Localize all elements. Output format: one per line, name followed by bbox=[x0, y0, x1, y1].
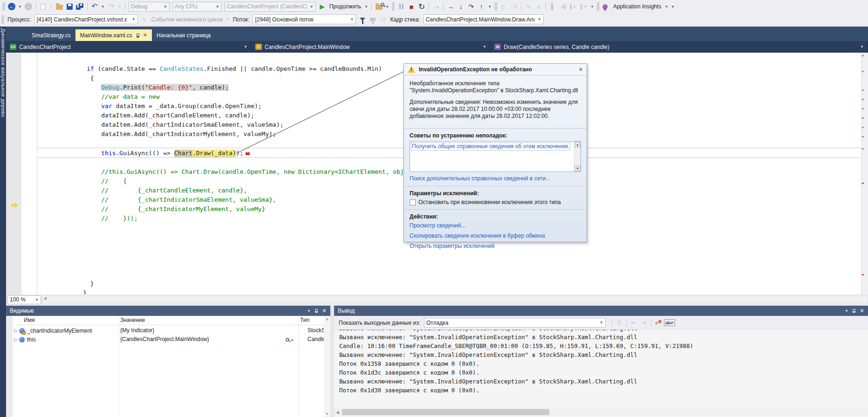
solution-platform-combo[interactable]: Any CPU▼ bbox=[172, 2, 222, 12]
toolbar-overflow-2[interactable]: ▼ bbox=[670, 5, 676, 9]
pin-icon[interactable] bbox=[315, 309, 318, 313]
filter-threads-button[interactable] bbox=[357, 14, 368, 25]
collapsed-tool-window-strip[interactable]: Динамическое визуальное дерево bbox=[0, 27, 6, 417]
bookmark-overflow[interactable]: ▼ bbox=[589, 5, 595, 9]
scroll-down-icon[interactable]: ▼ bbox=[325, 412, 329, 416]
output-text[interactable]: Вызвано исключение: "System.InvalidOpera… bbox=[334, 330, 868, 406]
step-into-alt-button[interactable]: ↓ bbox=[456, 1, 466, 12]
tips-scrollbar[interactable]: ▲ ▼ bbox=[574, 142, 581, 171]
application-insights-icon[interactable] bbox=[601, 1, 611, 12]
next-bookmark-button[interactable]: ▌► bbox=[568, 1, 579, 12]
expander-icon[interactable]: ▷ bbox=[13, 337, 19, 342]
stack-frame-combo[interactable]: CandlesChartProject.MainWindow.Draw.Anor… bbox=[424, 14, 544, 24]
next-message-button[interactable]: ⇥ bbox=[639, 317, 649, 328]
editor-horizontal-scrollbar[interactable]: ◀ bbox=[43, 296, 867, 303]
debug-overflow[interactable]: ▼ bbox=[486, 5, 493, 9]
scrollbar-thumb[interactable] bbox=[342, 409, 549, 415]
scroll-down-icon[interactable]: ▼ bbox=[574, 165, 581, 171]
watch-row[interactable]: ▷this{CandlesChartProject.MainWindow} ▼C… bbox=[13, 335, 324, 344]
breakpoint-margin[interactable] bbox=[6, 53, 21, 294]
bookmark-button[interactable]: ▌ bbox=[548, 1, 558, 12]
tab-mainwindow[interactable]: MainWindow.xaml.cs✕ bbox=[75, 29, 152, 41]
window-position-icon[interactable]: ▼ bbox=[307, 309, 311, 313]
undo-button[interactable]: ↶ bbox=[89, 1, 100, 12]
open-exception-settings-link[interactable]: Открыть параметры исключений bbox=[410, 243, 581, 250]
member-combo[interactable]: MDraw(CandleSeries series, Candle candle… bbox=[491, 41, 868, 53]
restart-button[interactable]: ↻ bbox=[417, 1, 427, 12]
filter-off-button[interactable] bbox=[368, 14, 378, 25]
lifecycle-events-label[interactable]: События жизненного цикла bbox=[150, 16, 225, 23]
open-file-button[interactable] bbox=[55, 1, 65, 12]
output-panel-titlebar[interactable]: Вывод ▼ ✕ bbox=[334, 306, 868, 316]
prev-bookmark-button[interactable]: ◄▌ bbox=[558, 1, 568, 12]
application-insights-dropdown[interactable]: ▼ bbox=[663, 5, 670, 9]
save-all-button[interactable] bbox=[75, 1, 85, 12]
step-over-button[interactable]: ↷ bbox=[466, 1, 476, 12]
class-combo[interactable]: CCandlesChartProject.MainWindow▼ bbox=[252, 41, 491, 53]
pin-icon[interactable] bbox=[137, 34, 139, 37]
new-file-button[interactable] bbox=[38, 1, 48, 12]
tab-smastrategy[interactable]: SmaStrategy.cs bbox=[27, 29, 75, 41]
thread-combo[interactable]: [2948] Основной поток▼ bbox=[253, 14, 356, 24]
magnifier-icon[interactable]: ▼ bbox=[286, 336, 294, 343]
solution-configuration-combo[interactable]: Debug▼ bbox=[129, 2, 170, 12]
nav-back-dropdown[interactable]: ▼ bbox=[17, 5, 23, 9]
startup-project-combo[interactable]: CandlesChartProject (CandlesChartPr▼ bbox=[225, 2, 316, 12]
output-horizontal-scrollbar[interactable]: ◀ bbox=[334, 408, 868, 416]
toolbar-grip[interactable] bbox=[2, 2, 5, 11]
find-in-files-button[interactable] bbox=[374, 1, 384, 12]
editor-zoom-combo[interactable]: 100 % ▼ bbox=[7, 295, 41, 304]
output-source-combo[interactable]: Отладка ▼ bbox=[424, 318, 606, 328]
uncomment-button[interactable]: ≡ bbox=[533, 1, 544, 12]
prev-message-button[interactable]: ⇤ bbox=[629, 317, 639, 328]
process-combo[interactable]: [4140] CandlesChartProject.vshost.ε▼ bbox=[34, 14, 138, 24]
find-message-button[interactable]: ⚲ bbox=[614, 317, 624, 328]
continue-dropdown[interactable]: ▼ bbox=[363, 5, 369, 9]
toolbar-grip[interactable] bbox=[392, 2, 395, 11]
suppress-jit-button[interactable]: ⁒⁒ bbox=[378, 14, 388, 25]
continue-label[interactable]: Продолжить bbox=[328, 3, 363, 10]
exception-popup-titlebar[interactable]: InvalidOperationException не обработано … bbox=[404, 64, 587, 75]
pin-icon[interactable] bbox=[853, 309, 855, 313]
panel-splitter[interactable] bbox=[330, 306, 334, 417]
close-icon[interactable]: ✕ bbox=[143, 32, 147, 38]
scroll-up-icon[interactable]: ▲ bbox=[574, 142, 581, 148]
break-on-exception-checkbox[interactable] bbox=[410, 199, 416, 205]
break-all-button[interactable] bbox=[396, 1, 406, 12]
toolbar-grip[interactable] bbox=[494, 2, 497, 11]
tab-start-page[interactable]: Начальная страница bbox=[152, 29, 215, 41]
clear-bookmarks-button[interactable]: ▌✕ bbox=[579, 1, 589, 12]
step-into-button[interactable]: → bbox=[445, 1, 456, 12]
nav-back-button[interactable]: ← bbox=[7, 1, 17, 12]
show-next-statement-button[interactable]: ⇢ bbox=[431, 1, 441, 12]
clear-all-button[interactable]: ≡✕ bbox=[653, 317, 663, 328]
column-name[interactable]: Имя bbox=[24, 317, 34, 323]
tips-help-link[interactable]: Получить общие справочные сведения об эт… bbox=[412, 143, 569, 150]
scroll-up-icon[interactable]: ▲ bbox=[325, 317, 329, 321]
stop-debugging-button[interactable]: ■ bbox=[406, 1, 417, 12]
watch-row[interactable]: ▷_chartIndicatorMyElement{My Indicator}S… bbox=[13, 326, 324, 335]
undo-dropdown[interactable]: ▼ bbox=[100, 5, 106, 9]
autos-panel-titlebar[interactable]: Видимые ▼ ✕ bbox=[6, 306, 330, 316]
save-button[interactable] bbox=[65, 1, 75, 12]
redo-button[interactable]: ↷ bbox=[106, 1, 116, 12]
copy-exception-link[interactable]: Скопировать сведения исключения в буфер … bbox=[410, 232, 581, 239]
expander-icon[interactable]: ▷ bbox=[13, 328, 19, 333]
word-wrap-button[interactable]: ab↵ bbox=[663, 317, 676, 328]
breakpoints-window-button[interactable]: ⊏ bbox=[499, 1, 509, 12]
step-out-button[interactable]: ↑ bbox=[476, 1, 486, 12]
column-type[interactable]: Тип bbox=[300, 317, 309, 323]
locals-vertical-scrollbar[interactable]: ▲ ▼ bbox=[324, 316, 330, 417]
continue-button[interactable]: ▶ bbox=[317, 1, 328, 12]
scroll-left-icon[interactable]: ◀ bbox=[336, 410, 339, 415]
search-online-link[interactable]: Поиск дополнительных справочных сведений… bbox=[410, 175, 581, 182]
view-detail-link[interactable]: Просмотр сведений... bbox=[410, 222, 581, 229]
tips-listbox[interactable]: Получить общие справочные сведения об эт… bbox=[410, 141, 581, 172]
application-insights-label[interactable]: Application Insights bbox=[611, 3, 663, 10]
redo-dropdown[interactable]: ▼ bbox=[116, 5, 123, 9]
editor-vertical-scrollbar[interactable] bbox=[861, 53, 868, 294]
close-icon[interactable]: ✕ bbox=[579, 67, 583, 73]
project-combo[interactable]: C#CandlesChartProject▼ bbox=[6, 41, 252, 53]
toolbar-grip[interactable] bbox=[1, 15, 4, 24]
lifecycle-events-icon[interactable]: ϟ bbox=[139, 14, 150, 25]
